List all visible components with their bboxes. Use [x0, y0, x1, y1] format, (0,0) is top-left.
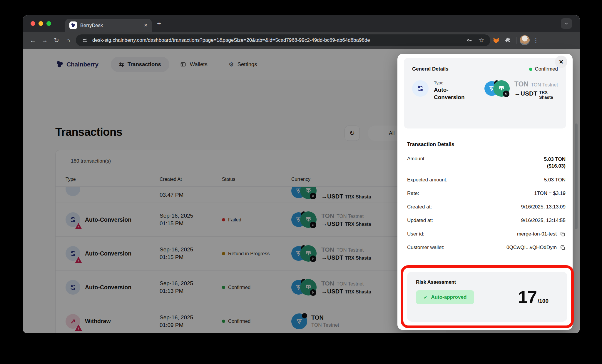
detail-row-customer-wallet: Customer wallet: 0QCwQI...vQHOdDym [407, 245, 566, 251]
panel-status-badge: Confirmed [529, 66, 558, 72]
site-info-icon[interactable] [81, 38, 89, 43]
auto-approved-badge: ✓ Auto-approved [416, 290, 474, 304]
transaction-detail-panel: ✕ General Details Confirmed T [397, 54, 573, 330]
new-tab-button[interactable]: + [157, 20, 161, 27]
tab-title: BerryDesk [80, 23, 141, 28]
panel-currency: TONTON Testnet →USDT TRX Shasta [484, 80, 558, 101]
check-icon: ✓ [424, 295, 427, 300]
auto-conversion-icon [412, 80, 429, 97]
page-scrollbar[interactable] [575, 123, 578, 229]
tab-search-button[interactable] [561, 18, 572, 29]
detail-row-amount: Amount: 5.03 TON ($16.03) [407, 156, 566, 169]
risk-score: 17 /100 [518, 290, 558, 305]
detail-label: Amount: [407, 156, 426, 162]
amount-usd-value: ($16.03) [544, 163, 566, 169]
browser-tab[interactable]: BerryDesk ✕ [65, 19, 152, 32]
detail-value: 9/16/2025, 13:13:09 [521, 204, 566, 210]
puzzle-icon [504, 37, 511, 44]
detail-row-updated: Updated at: 9/16/2025, 13:14:55 [407, 218, 566, 223]
berry-logo-icon [71, 23, 76, 28]
password-key-icon[interactable] [465, 37, 474, 43]
minimize-window-button[interactable] [39, 21, 43, 26]
risk-assessment-title: Risk Assessment [416, 279, 558, 285]
currency-to: →USDT [514, 90, 537, 97]
bookmark-star-icon[interactable]: ☆ [477, 36, 486, 44]
tron-badge-icon [503, 91, 509, 97]
detail-row-rate: Rate: 1TON = $3.19 [407, 191, 566, 196]
currency-from: TON [514, 80, 529, 88]
site-favicon [69, 21, 77, 29]
detail-label: Updated at: [407, 218, 433, 223]
currency-to-network-line2: Shasta [539, 95, 553, 100]
browser-toolbar: ← → ↻ ⌂ desk-stg.chainberry.com/dashboar… [23, 32, 580, 49]
browser-window: BerryDesk ✕ + ← → ↻ ⌂ desk-stg.chainberr… [23, 15, 580, 333]
detail-label: Expected amount: [407, 177, 447, 183]
status-label: Confirmed [535, 66, 558, 72]
profile-avatar[interactable] [519, 34, 531, 46]
detail-value: 5.03 TON [544, 177, 566, 183]
chevron-down-icon [564, 21, 569, 26]
detail-value: 0QCwQI...vQHOdDym [506, 245, 557, 251]
reload-button[interactable]: ↻ [51, 34, 62, 46]
general-details-title: General Details [412, 66, 449, 72]
transaction-details-title: Transaction Details [407, 141, 573, 148]
detail-row-created: Created at: 9/16/2025, 13:13:09 [407, 204, 566, 210]
macos-window-controls [31, 21, 51, 26]
risk-score-denominator: /100 [538, 297, 549, 305]
zoom-window-button[interactable] [46, 21, 51, 26]
close-panel-button[interactable]: ✕ [555, 56, 567, 68]
copy-icon[interactable] [560, 231, 566, 237]
address-bar[interactable]: desk-stg.chainberry.com/dashboard/transa… [76, 34, 490, 46]
detail-row-expected: Expected amount: 5.03 TON [407, 177, 566, 183]
amount-value: 5.03 TON [544, 156, 566, 163]
avatar [520, 35, 530, 45]
detail-value: merge-ton-01-test [517, 231, 557, 237]
general-details-card: General Details Confirmed Type Auto-Conv… [404, 58, 566, 128]
browser-menu-button[interactable]: ⋮ [531, 37, 541, 44]
currency-to-network-line1: TRX [539, 90, 553, 95]
status-dot [529, 68, 532, 71]
detail-label: Created at: [407, 204, 432, 210]
close-window-button[interactable] [31, 21, 35, 26]
currency-coins [484, 80, 510, 97]
screenshot-canvas: BerryDesk ✕ + ← → ↻ ⌂ desk-stg.chainberr… [0, 0, 602, 364]
fox-icon [492, 36, 500, 44]
currency-from-network: TON Testnet [531, 82, 558, 87]
detail-label: Rate: [407, 191, 419, 196]
copy-icon[interactable] [560, 245, 566, 251]
toolbar-divider [516, 37, 516, 44]
forward-button[interactable]: → [39, 34, 51, 46]
browser-tab-strip: BerryDesk ✕ + [23, 15, 580, 32]
risk-assessment-card: Risk Assessment ✓ Auto-approved 17 /100 [407, 272, 567, 322]
detail-label: User id: [407, 231, 424, 237]
detail-row-user-id: User id: merge-ton-01-test [407, 231, 566, 237]
detail-value: 1TON = $3.19 [534, 191, 566, 196]
home-button[interactable]: ⌂ [62, 34, 74, 46]
tab-close-icon[interactable]: ✕ [144, 23, 148, 28]
url-text[interactable]: desk-stg.chainberry.com/dashboard/transa… [92, 37, 462, 43]
detail-label: Customer wallet: [407, 245, 444, 251]
metamask-extension-icon[interactable] [490, 34, 502, 46]
back-button[interactable]: ← [27, 34, 39, 46]
red-highlight-annotation: Risk Assessment ✓ Auto-approved 17 /100 [401, 265, 574, 328]
type-label: Type [434, 80, 473, 85]
detail-value: 9/16/2025, 13:14:55 [521, 218, 566, 223]
auto-approved-label: Auto-approved [431, 294, 466, 300]
extensions-puzzle-icon[interactable] [502, 34, 514, 46]
risk-score-value: 17 [518, 290, 536, 305]
type-value: Auto-Conversion [434, 86, 473, 101]
